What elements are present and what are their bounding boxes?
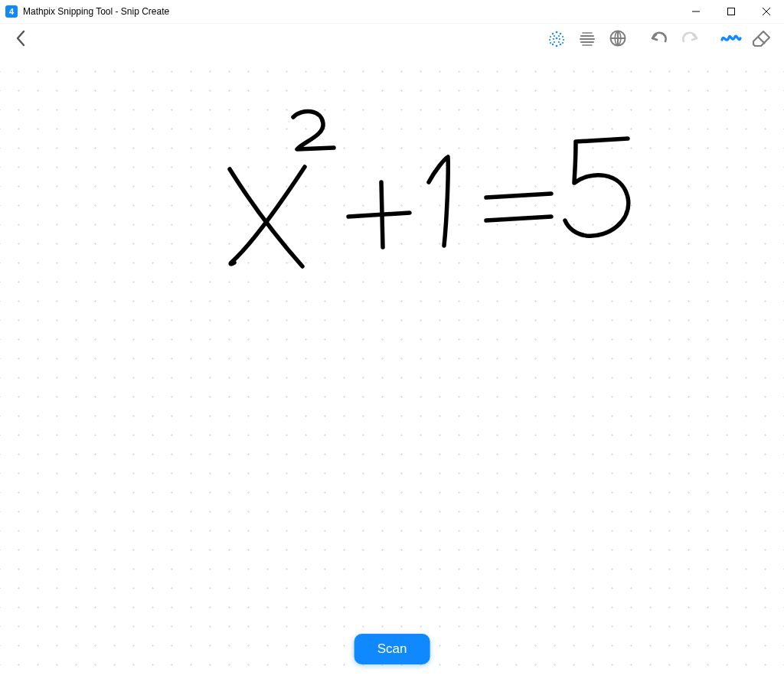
svg-point-17: [562, 42, 564, 44]
drawing-canvas[interactable]: Scan: [0, 56, 784, 682]
grid-style-group: [541, 26, 632, 54]
eraser-tool-button[interactable]: [747, 26, 776, 54]
redo-icon: [680, 29, 700, 51]
svg-point-18: [552, 44, 554, 45]
svg-point-7: [558, 35, 560, 37]
svg-point-14: [550, 42, 551, 44]
svg-point-5: [550, 36, 551, 38]
svg-point-15: [554, 41, 555, 43]
window-maximize-button[interactable]: [714, 0, 749, 23]
svg-rect-1: [728, 8, 735, 15]
svg-point-8: [562, 36, 564, 38]
pen-tool-button[interactable]: [717, 26, 746, 54]
handwriting-strokes: [0, 56, 784, 682]
eraser-icon: [752, 29, 772, 51]
redo-button[interactable]: [675, 26, 704, 54]
svg-point-10: [553, 38, 554, 40]
toolbar: [0, 24, 784, 56]
window-minimize-button[interactable]: [678, 0, 714, 23]
svg-point-11: [556, 38, 558, 40]
svg-point-2: [556, 31, 558, 34]
undo-icon: [649, 29, 669, 51]
undo-button[interactable]: [645, 26, 674, 54]
svg-point-4: [560, 33, 561, 34]
svg-point-3: [552, 33, 554, 34]
scan-button[interactable]: Scan: [354, 634, 430, 664]
svg-point-16: [558, 41, 560, 43]
svg-point-19: [560, 44, 561, 45]
svg-point-6: [554, 35, 555, 37]
tool-group: [715, 26, 776, 54]
line-grid-icon: [578, 29, 596, 51]
svg-point-13: [563, 39, 564, 41]
app-icon-letter: 4: [9, 7, 15, 16]
history-group: [643, 26, 704, 54]
svg-point-9: [549, 39, 550, 41]
app-icon: 4: [5, 5, 18, 18]
square-grid-icon: [609, 29, 627, 51]
grid-dot-button[interactable]: [542, 26, 571, 54]
back-button[interactable]: [8, 26, 35, 54]
dot-grid-icon: [547, 29, 566, 51]
svg-point-12: [559, 38, 560, 40]
chevron-left-icon: [15, 29, 28, 51]
svg-point-20: [556, 45, 558, 47]
window-title: Mathpix Snipping Tool - Snip Create: [23, 6, 169, 17]
pen-icon: [720, 29, 742, 51]
svg-line-29: [758, 37, 765, 44]
grid-lines-button[interactable]: [573, 26, 602, 54]
window-close-button[interactable]: [749, 0, 784, 23]
grid-squares-button[interactable]: [603, 26, 632, 54]
window-titlebar: 4 Mathpix Snipping Tool - Snip Create: [0, 0, 784, 24]
